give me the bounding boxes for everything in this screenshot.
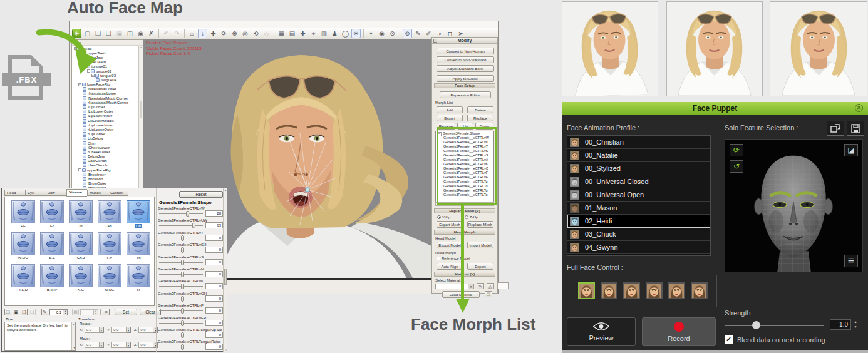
slider-track[interactable] [159, 286, 203, 287]
tree-item[interactable]: − rJawClench [72, 163, 143, 168]
visibility-icon[interactable]: ◉ [377, 29, 386, 38]
strength-slider-thumb[interactable] [752, 321, 760, 329]
slider-value-input[interactable]: 0 [205, 332, 223, 338]
viseme-cell[interactable]: Ah [96, 200, 123, 228]
slider-thumb[interactable] [181, 332, 184, 338]
editor-tab[interactable]: Eye [25, 190, 46, 196]
tree-item[interactable]: − lLipLowerOuter [72, 110, 143, 114]
move-value-input[interactable]: 0.0 [138, 342, 153, 348]
viseme-thumbnail[interactable] [98, 264, 121, 287]
viseme-cell[interactable]: B.M.P [38, 264, 66, 292]
profile-item[interactable]: 00_Natalie [567, 149, 710, 162]
pivot-icon[interactable]: ⌖ [309, 29, 318, 38]
save-profile-button[interactable] [847, 121, 864, 136]
viseme-thumbnail[interactable] [127, 232, 150, 255]
camera-icon[interactable]: ⊙ [388, 29, 397, 38]
tree-item[interactable]: − rLipLowerOuter [72, 127, 143, 131]
profile-item[interactable]: 00_Universal Closed [567, 175, 710, 188]
viseme-cell[interactable]: F.V [96, 232, 123, 260]
viseme-cell[interactable]: Oh [125, 200, 152, 228]
move-spinner[interactable]: ▲▼ [127, 342, 131, 348]
full-face-thumbnail[interactable] [668, 282, 685, 299]
slider-value-input[interactable]: 0 [205, 283, 223, 289]
viseme-cell[interactable]: Er [38, 200, 66, 228]
replace-mesh-button[interactable]: Replace Mesh [467, 221, 493, 228]
viseme-thumbnail[interactable] [40, 232, 64, 255]
move-spinner[interactable]: ▲▼ [100, 342, 104, 348]
slider-value-input[interactable]: 0 [205, 259, 223, 265]
viseme-thumbnail[interactable] [127, 200, 150, 223]
slider-value-input[interactable]: 63 [205, 222, 223, 228]
tree-item[interactable]: − LipLowerMiddle [72, 118, 143, 123]
head-morph-section[interactable]: Head Morph [434, 230, 495, 235]
viseme-thumbnail[interactable] [127, 264, 150, 287]
viseme-cell[interactable]: R [125, 264, 152, 292]
morph-add-button[interactable]: Add [437, 106, 463, 113]
slider-thumb[interactable] [181, 284, 184, 289]
viseme-cell[interactable]: EE [9, 200, 37, 228]
slider-track[interactable] [159, 310, 203, 311]
tree-scrollbar-thumb[interactable] [140, 101, 142, 118]
orbit-mode-icon[interactable]: ⟳ [730, 144, 743, 156]
slider-track[interactable] [159, 213, 203, 214]
full-face-thumbnail[interactable] [601, 282, 617, 299]
rotate-value-input[interactable]: 0.0 [85, 327, 100, 333]
viseme-strength-value[interactable]: 0.1 [49, 309, 63, 315]
set-button[interactable]: Set [115, 309, 137, 315]
viseme-cell[interactable]: S.Z [38, 232, 66, 260]
full-face-thumbnail[interactable] [623, 282, 640, 299]
tree-item[interactable]: − lBrowOuter [72, 182, 143, 186]
profile-item[interactable]: 02_Heidi [567, 215, 710, 228]
strength-value-input[interactable]: 1.0 [830, 319, 851, 330]
editor-tab[interactable]: Custom [108, 190, 128, 196]
feature-list-icon[interactable]: ☰ [844, 255, 858, 267]
slider-thumb[interactable] [181, 296, 184, 302]
data-tool-icon[interactable]: ≡ [103, 309, 110, 315]
editor-tab[interactable]: Viseme [66, 189, 87, 197]
full-face-thumbnail[interactable] [691, 282, 708, 299]
strength-slider-track[interactable] [725, 325, 824, 326]
slider-scrollbar-thumb[interactable] [224, 269, 227, 285]
reset-view-icon[interactable]: ↺ [730, 160, 743, 173]
viseme-thumbnail[interactable] [40, 264, 64, 287]
blend-checkbox[interactable]: ✓ [725, 335, 733, 344]
paste-icon[interactable]: ❒ [29, 309, 36, 315]
tree-item[interactable]: − lBrowInner [72, 172, 143, 176]
eraser-icon[interactable]: ◪ [844, 144, 858, 156]
scale-icon[interactable]: ◇ [262, 29, 271, 38]
tree-item[interactable]: − lJawClench [72, 159, 143, 163]
tree-item[interactable]: − lBrowMid [72, 176, 143, 181]
slider-value-input[interactable]: 0 [205, 307, 223, 314]
slider-track[interactable] [159, 347, 203, 347]
z-up-radio[interactable]: Z-Up [465, 215, 478, 219]
slider-value-input[interactable]: 0 [205, 295, 223, 302]
tree-item[interactable]: − rCheekLower [72, 150, 143, 154]
rotate-spinner[interactable]: ▲▼ [127, 327, 131, 333]
light-icon[interactable]: ☀ [351, 29, 361, 38]
tree-item[interactable]: − rNasolabialMouthCorner [72, 100, 143, 105]
z-up-radio-dot[interactable] [465, 215, 468, 219]
material-folder-icon[interactable]: ❐ [485, 291, 492, 297]
sep-3[interactable] [274, 29, 274, 38]
editor-tab[interactable]: Head [4, 190, 25, 196]
record-button[interactable]: Record [642, 317, 716, 346]
editor-tab[interactable]: Muscle [87, 190, 108, 196]
slider-value-input[interactable]: 0 [205, 247, 223, 253]
material-section[interactable]: Material (V) [434, 272, 495, 277]
profile-item[interactable]: 01_Mason [567, 202, 710, 215]
viseme-thumbnail[interactable] [69, 232, 93, 255]
reference-model-checkbox[interactable]: Reference Model [437, 257, 470, 260]
strength-value-spinner[interactable]: ▲▼ [852, 319, 859, 330]
sep-4[interactable] [363, 29, 364, 38]
delete-icon[interactable]: ✗ [147, 29, 156, 38]
undo-icon[interactable]: ↶ [162, 29, 171, 38]
rotate-value-input[interactable]: 0.0 [138, 327, 153, 333]
slider-thumb[interactable] [192, 223, 195, 228]
move-value-input[interactable]: 0.0 [111, 342, 127, 348]
slider-thumb[interactable] [181, 320, 184, 326]
material-dropper-icon[interactable]: ◬ [487, 283, 494, 289]
viseme-thumbnail[interactable] [40, 200, 64, 223]
preview-button[interactable]: Preview [567, 317, 636, 346]
viseme-cell[interactable]: Ch.J [67, 232, 95, 260]
tree-item[interactable]: − lCheekLower [72, 145, 143, 150]
